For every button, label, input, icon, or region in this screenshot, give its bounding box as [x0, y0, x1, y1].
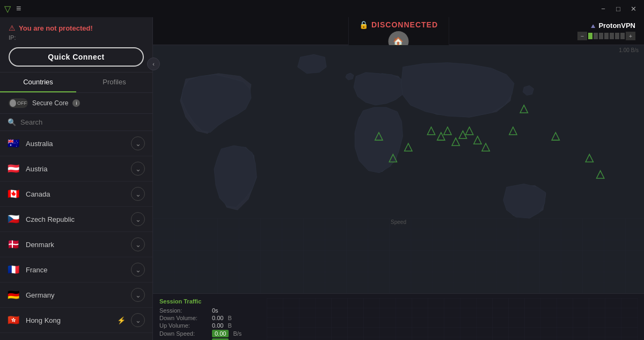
session-label: Session: — [159, 307, 208, 314]
up-speed-row: Up Speed: 0.00 B/s — [159, 338, 267, 341]
expand-country-button[interactable]: ⌄ — [131, 136, 145, 150]
down-volume-row: Down Volume: 0.00 B — [159, 315, 267, 321]
svg-marker-20 — [509, 127, 517, 134]
quick-connect-button[interactable]: Quick Connect — [9, 47, 144, 67]
speed-bar: − + — [577, 32, 635, 40]
search-icon: 🔍 — [8, 118, 16, 126]
info-icon[interactable]: i — [72, 99, 80, 107]
status-text: DISCONNECTED — [371, 20, 438, 29]
svg-marker-6 — [297, 54, 326, 74]
tab-profiles[interactable]: Profiles — [76, 73, 152, 92]
close-button[interactable]: ✕ — [627, 2, 640, 15]
search-row: 🔍 — [0, 114, 152, 131]
sidebar: ‹ ⚠ You are not protected! IP: Quick Con… — [0, 17, 153, 340]
svg-rect-25 — [153, 218, 644, 293]
maximize-button[interactable]: □ — [612, 2, 625, 15]
flag-icon: 🇦🇺 — [8, 138, 20, 149]
down-speed-row: Down Speed: 0.00 B/s — [159, 330, 267, 337]
collapse-sidebar-button[interactable]: ‹ — [147, 57, 160, 70]
tabs: Countries Profiles — [0, 73, 152, 93]
expand-country-button[interactable]: ⌄ — [131, 212, 145, 226]
speed-chart-label: Speed — [391, 219, 406, 225]
minimize-button[interactable]: − — [597, 2, 610, 15]
expand-country-button[interactable]: ⌄ — [131, 313, 145, 327]
menu-icon[interactable]: ≡ — [16, 4, 21, 13]
flag-icon: 🇨🇿 — [8, 213, 20, 225]
list-item[interactable]: 🇨🇦 Canada ⌄ — [0, 182, 152, 207]
down-speed-label: Down Speed: — [159, 330, 208, 337]
list-item[interactable]: 🇫🇷 France ⌄ — [0, 257, 152, 283]
lock-icon: 🔒 — [359, 20, 368, 29]
session-stat-row: Session: 0s — [159, 307, 267, 314]
svg-marker-2 — [354, 73, 405, 105]
main-layout: ‹ ⚠ You are not protected! IP: Quick Con… — [0, 17, 644, 340]
secure-core-toggle[interactable]: OFF — [9, 98, 28, 108]
flag-icon: 🇩🇪 — [8, 289, 20, 301]
list-item[interactable]: 🇦🇹 Austria ⌄ — [0, 156, 152, 182]
list-item[interactable]: 🇭🇰 Hong Kong ⚡ ⌄ — [0, 308, 152, 333]
svg-marker-17 — [466, 127, 473, 134]
right-chart — [267, 298, 638, 341]
app-logo-icon: ▽ — [4, 4, 11, 14]
flag-icon: 🇩🇰 — [8, 238, 20, 250]
ip-label: IP: — [9, 34, 16, 41]
up-volume-value: 0.00 — [212, 322, 223, 329]
up-volume-unit: B — [228, 322, 231, 329]
svg-marker-22 — [552, 133, 559, 140]
svg-marker-12 — [427, 127, 435, 134]
top-bar: 🔒 DISCONNECTED 🏠 ⟁ ProtonVPN − — [153, 17, 644, 45]
list-item[interactable]: 🇨🇿 Czech Republic ⌄ — [0, 207, 152, 232]
speed-segment — [610, 33, 614, 39]
flag-icon: 🇦🇹 — [8, 163, 20, 175]
speed-segment — [615, 33, 619, 39]
stats-content: Session Traffic Session: 0s Down Volume:… — [153, 294, 644, 341]
toggle-knob — [10, 99, 16, 107]
expand-country-button[interactable]: ⌄ — [131, 263, 145, 277]
list-item[interactable]: 🇩🇰 Denmark ⌄ — [0, 232, 152, 257]
list-item[interactable]: 🇦🇺 Australia ⌄ — [0, 131, 152, 156]
country-name: France — [26, 266, 126, 274]
svg-marker-15 — [452, 138, 459, 146]
flag-icon: 🇫🇷 — [8, 264, 20, 276]
svg-marker-5 — [503, 184, 546, 218]
flag-icon: 🇨🇦 — [8, 188, 20, 200]
country-name: Denmark — [26, 241, 126, 249]
expand-country-button[interactable]: ⌄ — [131, 237, 145, 251]
svg-marker-1 — [214, 146, 257, 207]
svg-marker-13 — [437, 133, 445, 140]
secure-core-label: Secure Core — [32, 99, 68, 107]
speed-segment — [599, 33, 603, 39]
country-name: Canada — [26, 190, 126, 198]
speed-decrease-button[interactable]: − — [577, 32, 587, 40]
svg-marker-14 — [444, 127, 451, 134]
country-name: Germany — [26, 291, 126, 299]
speed-value-label: 1.00 B/s — [619, 47, 639, 53]
expand-country-button[interactable]: ⌄ — [131, 162, 145, 176]
svg-marker-4 — [401, 63, 514, 118]
lightning-icon: ⚡ — [117, 316, 126, 324]
country-name: Hong Kong — [26, 316, 112, 324]
titlebar-right: − □ ✕ — [597, 2, 640, 15]
up-volume-row: Up Volume: 0.00 B — [159, 322, 267, 329]
speed-increase-button[interactable]: + — [626, 32, 635, 40]
svg-marker-19 — [482, 143, 489, 151]
expand-country-button[interactable]: ⌄ — [131, 187, 145, 201]
connection-status: 🔒 DISCONNECTED — [359, 20, 438, 29]
toggle-label: OFF — [17, 100, 27, 106]
tab-countries[interactable]: Countries — [0, 73, 76, 92]
proton-icon: ⟁ — [591, 21, 595, 30]
chart-grid — [153, 218, 644, 293]
expand-country-button[interactable]: ⌄ — [131, 288, 145, 302]
warning-text: You are not protected! — [19, 24, 93, 32]
country-name: Australia — [26, 140, 126, 148]
secure-core-row: OFF Secure Core i — [0, 93, 152, 114]
chart-area: Speed — [153, 218, 644, 293]
speed-segment — [588, 33, 592, 39]
brand-name: ⟁ ProtonVPN — [591, 21, 635, 30]
down-volume-value: 0.00 — [212, 315, 223, 321]
brand-area: ⟁ ProtonVPN − + — [577, 21, 635, 40]
up-speed-value: 0.00 — [212, 338, 229, 341]
search-input[interactable] — [20, 118, 145, 126]
list-item[interactable]: 🇩🇪 Germany ⌄ — [0, 283, 152, 308]
titlebar-left: ▽ ≡ — [4, 4, 21, 14]
